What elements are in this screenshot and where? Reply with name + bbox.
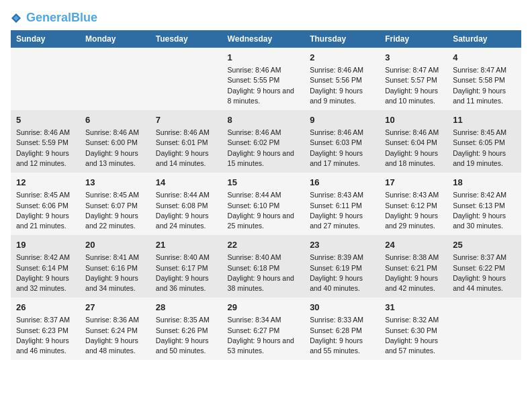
calendar-cell: 22Sunrise: 8:40 AM Sunset: 6:18 PM Dayli… bbox=[222, 235, 305, 298]
calendar-cell: 18Sunrise: 8:42 AM Sunset: 6:13 PM Dayli… bbox=[447, 173, 521, 235]
day-info: Sunrise: 8:34 AM Sunset: 6:27 PM Dayligh… bbox=[228, 315, 300, 356]
logo-icon bbox=[11, 13, 21, 24]
calendar-cell: 28Sunrise: 8:35 AM Sunset: 6:26 PM Dayli… bbox=[150, 298, 222, 360]
calendar-cell: 21Sunrise: 8:40 AM Sunset: 6:17 PM Dayli… bbox=[150, 235, 222, 298]
day-info: Sunrise: 8:46 AM Sunset: 6:03 PM Dayligh… bbox=[310, 128, 374, 169]
calendar-cell: 3Sunrise: 8:47 AM Sunset: 5:57 PM Daylig… bbox=[380, 48, 447, 110]
day-number: 6 bbox=[85, 114, 145, 126]
calendar-cell: 12Sunrise: 8:45 AM Sunset: 6:06 PM Dayli… bbox=[11, 173, 80, 235]
day-number: 13 bbox=[85, 177, 145, 189]
col-header-sunday: Sunday bbox=[11, 30, 80, 48]
day-number: 24 bbox=[385, 239, 442, 251]
col-header-saturday: Saturday bbox=[447, 30, 521, 48]
day-number: 21 bbox=[156, 239, 217, 251]
day-number: 20 bbox=[85, 239, 145, 251]
day-number: 27 bbox=[85, 302, 145, 314]
calendar-cell: 8Sunrise: 8:46 AM Sunset: 6:02 PM Daylig… bbox=[222, 110, 305, 173]
day-info: Sunrise: 8:44 AM Sunset: 6:08 PM Dayligh… bbox=[156, 190, 217, 231]
col-header-wednesday: Wednesday bbox=[222, 30, 305, 48]
day-number: 17 bbox=[385, 177, 442, 189]
day-number: 14 bbox=[156, 177, 217, 189]
day-number: 10 bbox=[385, 114, 442, 126]
col-header-tuesday: Tuesday bbox=[150, 30, 222, 48]
day-info: Sunrise: 8:33 AM Sunset: 6:28 PM Dayligh… bbox=[310, 315, 374, 356]
day-number: 25 bbox=[453, 239, 516, 251]
day-info: Sunrise: 8:35 AM Sunset: 6:26 PM Dayligh… bbox=[156, 315, 217, 356]
calendar-cell: 17Sunrise: 8:43 AM Sunset: 6:12 PM Dayli… bbox=[380, 173, 447, 235]
day-info: Sunrise: 8:46 AM Sunset: 6:00 PM Dayligh… bbox=[85, 128, 145, 169]
page-header: GeneralBlue bbox=[11, 11, 521, 25]
day-number: 3 bbox=[385, 52, 442, 64]
day-info: Sunrise: 8:46 AM Sunset: 5:56 PM Dayligh… bbox=[310, 65, 374, 106]
day-info: Sunrise: 8:40 AM Sunset: 6:17 PM Dayligh… bbox=[156, 253, 217, 293]
calendar-cell: 5Sunrise: 8:46 AM Sunset: 5:59 PM Daylig… bbox=[11, 110, 80, 173]
logo: GeneralBlue bbox=[11, 11, 97, 25]
calendar-cell bbox=[447, 298, 521, 360]
day-number: 31 bbox=[385, 302, 442, 314]
day-info: Sunrise: 8:46 AM Sunset: 6:01 PM Dayligh… bbox=[156, 128, 217, 169]
calendar-cell: 30Sunrise: 8:33 AM Sunset: 6:28 PM Dayli… bbox=[304, 298, 380, 360]
day-info: Sunrise: 8:38 AM Sunset: 6:21 PM Dayligh… bbox=[385, 253, 442, 293]
calendar-cell: 16Sunrise: 8:43 AM Sunset: 6:11 PM Dayli… bbox=[304, 173, 380, 235]
calendar-cell bbox=[150, 48, 222, 110]
day-info: Sunrise: 8:42 AM Sunset: 6:14 PM Dayligh… bbox=[16, 253, 75, 293]
day-number: 18 bbox=[453, 177, 516, 189]
day-info: Sunrise: 8:43 AM Sunset: 6:12 PM Dayligh… bbox=[385, 190, 442, 231]
day-info: Sunrise: 8:45 AM Sunset: 6:07 PM Dayligh… bbox=[85, 190, 145, 231]
calendar-cell: 9Sunrise: 8:46 AM Sunset: 6:03 PM Daylig… bbox=[304, 110, 380, 173]
day-info: Sunrise: 8:36 AM Sunset: 6:24 PM Dayligh… bbox=[85, 315, 145, 356]
calendar-cell bbox=[11, 48, 80, 110]
col-header-monday: Monday bbox=[80, 30, 150, 48]
day-info: Sunrise: 8:47 AM Sunset: 5:57 PM Dayligh… bbox=[385, 65, 442, 106]
calendar-cell: 29Sunrise: 8:34 AM Sunset: 6:27 PM Dayli… bbox=[222, 298, 305, 360]
week-row-4: 19Sunrise: 8:42 AM Sunset: 6:14 PM Dayli… bbox=[11, 235, 521, 298]
day-number: 9 bbox=[310, 114, 374, 126]
day-info: Sunrise: 8:45 AM Sunset: 6:06 PM Dayligh… bbox=[16, 190, 75, 231]
logo-name: GeneralBlue bbox=[11, 11, 97, 25]
day-info: Sunrise: 8:37 AM Sunset: 6:22 PM Dayligh… bbox=[453, 253, 516, 293]
calendar-cell: 19Sunrise: 8:42 AM Sunset: 6:14 PM Dayli… bbox=[11, 235, 80, 298]
calendar-header-row: SundayMondayTuesdayWednesdayThursdayFrid… bbox=[11, 30, 521, 48]
day-number: 4 bbox=[453, 52, 516, 64]
week-row-2: 5Sunrise: 8:46 AM Sunset: 5:59 PM Daylig… bbox=[11, 110, 521, 173]
day-number: 16 bbox=[310, 177, 374, 189]
calendar-cell: 24Sunrise: 8:38 AM Sunset: 6:21 PM Dayli… bbox=[380, 235, 447, 298]
calendar-cell: 26Sunrise: 8:37 AM Sunset: 6:23 PM Dayli… bbox=[11, 298, 80, 360]
calendar-cell: 4Sunrise: 8:47 AM Sunset: 5:58 PM Daylig… bbox=[447, 48, 521, 110]
day-info: Sunrise: 8:46 AM Sunset: 5:55 PM Dayligh… bbox=[228, 65, 300, 106]
col-header-friday: Friday bbox=[380, 30, 447, 48]
calendar-table: SundayMondayTuesdayWednesdayThursdayFrid… bbox=[11, 30, 521, 360]
day-number: 8 bbox=[228, 114, 300, 126]
day-number: 7 bbox=[156, 114, 217, 126]
day-number: 19 bbox=[16, 239, 75, 251]
calendar-cell: 10Sunrise: 8:46 AM Sunset: 6:04 PM Dayli… bbox=[380, 110, 447, 173]
calendar-cell: 27Sunrise: 8:36 AM Sunset: 6:24 PM Dayli… bbox=[80, 298, 150, 360]
day-number: 2 bbox=[310, 52, 374, 64]
day-number: 15 bbox=[228, 177, 300, 189]
day-info: Sunrise: 8:40 AM Sunset: 6:18 PM Dayligh… bbox=[228, 253, 300, 293]
calendar-cell: 6Sunrise: 8:46 AM Sunset: 6:00 PM Daylig… bbox=[80, 110, 150, 173]
day-info: Sunrise: 8:46 AM Sunset: 6:02 PM Dayligh… bbox=[228, 128, 300, 169]
day-number: 28 bbox=[156, 302, 217, 314]
calendar-cell: 7Sunrise: 8:46 AM Sunset: 6:01 PM Daylig… bbox=[150, 110, 222, 173]
calendar-cell: 31Sunrise: 8:32 AM Sunset: 6:30 PM Dayli… bbox=[380, 298, 447, 360]
calendar-cell: 1Sunrise: 8:46 AM Sunset: 5:55 PM Daylig… bbox=[222, 48, 305, 110]
calendar-cell: 2Sunrise: 8:46 AM Sunset: 5:56 PM Daylig… bbox=[304, 48, 380, 110]
calendar-cell: 25Sunrise: 8:37 AM Sunset: 6:22 PM Dayli… bbox=[447, 235, 521, 298]
day-number: 5 bbox=[16, 114, 75, 126]
day-info: Sunrise: 8:39 AM Sunset: 6:19 PM Dayligh… bbox=[310, 253, 374, 293]
day-info: Sunrise: 8:46 AM Sunset: 5:59 PM Dayligh… bbox=[16, 128, 75, 169]
day-number: 29 bbox=[228, 302, 300, 314]
calendar-cell: 14Sunrise: 8:44 AM Sunset: 6:08 PM Dayli… bbox=[150, 173, 222, 235]
day-number: 30 bbox=[310, 302, 374, 314]
day-info: Sunrise: 8:46 AM Sunset: 6:04 PM Dayligh… bbox=[385, 128, 442, 169]
day-number: 26 bbox=[16, 302, 75, 314]
calendar-cell: 11Sunrise: 8:45 AM Sunset: 6:05 PM Dayli… bbox=[447, 110, 521, 173]
day-number: 1 bbox=[228, 52, 300, 64]
calendar-cell: 23Sunrise: 8:39 AM Sunset: 6:19 PM Dayli… bbox=[304, 235, 380, 298]
week-row-3: 12Sunrise: 8:45 AM Sunset: 6:06 PM Dayli… bbox=[11, 173, 521, 235]
day-info: Sunrise: 8:43 AM Sunset: 6:11 PM Dayligh… bbox=[310, 190, 374, 231]
day-info: Sunrise: 8:47 AM Sunset: 5:58 PM Dayligh… bbox=[453, 65, 516, 106]
calendar-cell: 13Sunrise: 8:45 AM Sunset: 6:07 PM Dayli… bbox=[80, 173, 150, 235]
day-info: Sunrise: 8:41 AM Sunset: 6:16 PM Dayligh… bbox=[85, 253, 145, 293]
